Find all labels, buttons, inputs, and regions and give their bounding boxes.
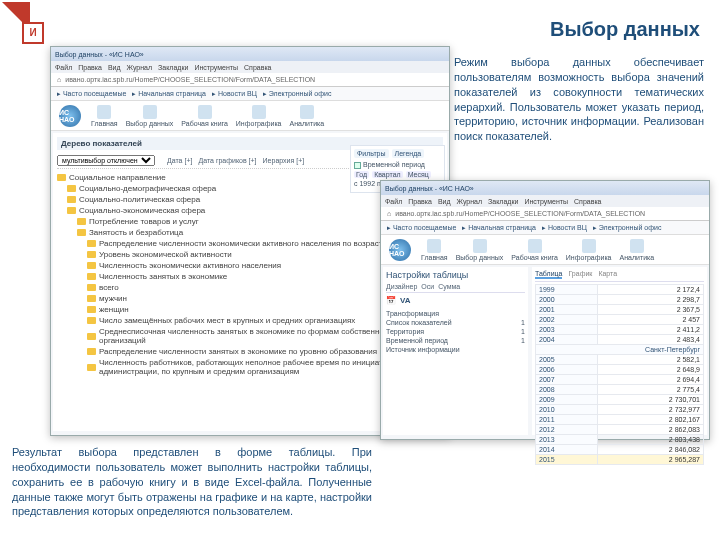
year-from[interactable]: 1992 [359, 180, 375, 187]
home-icon[interactable]: ⌂ [57, 76, 61, 83]
address-bar[interactable]: ⌂ ивано.ортк.iac.spb.ru/HomeP/CHOOSE_SEL… [381, 207, 709, 221]
browser-menu[interactable]: ФайлПравкаВидЖурналЗакладкиИнструментыСп… [381, 195, 709, 207]
settings-fields[interactable]: Трансформация Список показателей 1Террит… [386, 309, 525, 354]
app-logo: ИС НАО [389, 239, 411, 261]
settings-title: Настройки таблицы [386, 270, 525, 280]
table-tabs[interactable]: ТаблицаГрафикКарта [535, 270, 704, 282]
app-nav[interactable]: ГлавнаяВыбор данныхРабочая книгаИнфограф… [91, 105, 324, 127]
result-table[interactable]: 19992 172,420002 298,720012 367,520022 4… [535, 284, 704, 465]
page-title: Выбор данных [550, 18, 700, 41]
url-text: ивано.ортк.iac.spb.ru/HomeP/CHOOSE_SELEC… [65, 76, 315, 83]
settings-pane: Настройки таблицы ДизайнерОсиСумма 📅 VA … [383, 267, 528, 435]
app-logo: ИС НАО [59, 105, 81, 127]
app-header: ИС НАО ГлавнаяВыбор данныхРабочая книгаИ… [381, 235, 709, 265]
calendar-icon[interactable]: 📅 [386, 296, 396, 305]
bookmarks-bar[interactable]: ▸ Часто посещаемые▸ Начальная страница▸ … [381, 221, 709, 235]
address-bar[interactable]: ⌂ ивано.ортк.iac.spb.ru/HomeP/CHOOSE_SEL… [51, 73, 449, 87]
url-text: ивано.ортк.iac.spb.ru/HomeP/CHOOSE_SELEC… [395, 210, 645, 217]
settings-tabs[interactable]: ДизайнерОсиСумма [386, 283, 525, 293]
multiselect-mode[interactable]: мультивыбор отключен [57, 155, 155, 166]
slide-logo: И [0, 0, 60, 50]
table-pane: ТаблицаГрафикКарта 19992 172,420002 298,… [532, 267, 707, 435]
home-icon[interactable]: ⌂ [387, 210, 391, 217]
period-options[interactable]: ГодКварталМесяц [354, 171, 441, 178]
app-header: ИС НАО ГлавнаяВыбор данныхРабочая книгаИ… [51, 101, 449, 131]
va-badge: VA [400, 296, 411, 305]
app-nav[interactable]: ГлавнаяВыбор данныхРабочая книгаИнфограф… [421, 239, 654, 261]
period-checkbox-label[interactable]: Временной период [363, 161, 425, 168]
window-title: Выбор данных - «ИС НАО» [51, 47, 449, 61]
window-title: Выбор данных - «ИС НАО» [381, 181, 709, 195]
paragraph-bottom: Результат выбора представлен в форме таб… [12, 445, 372, 519]
browser-window-table: Выбор данных - «ИС НАО» ФайлПравкаВидЖур… [380, 180, 710, 440]
filter-tabs[interactable]: ФильтрыЛегенда [354, 149, 441, 158]
paragraph-top: Режим выбора данных обеспечивает пользов… [454, 55, 704, 144]
bookmarks-bar[interactable]: ▸ Часто посещаемые▸ Начальная страница▸ … [51, 87, 449, 101]
browser-menu[interactable]: ФайлПравкаВидЖурналЗакладкиИнструментыСп… [51, 61, 449, 73]
